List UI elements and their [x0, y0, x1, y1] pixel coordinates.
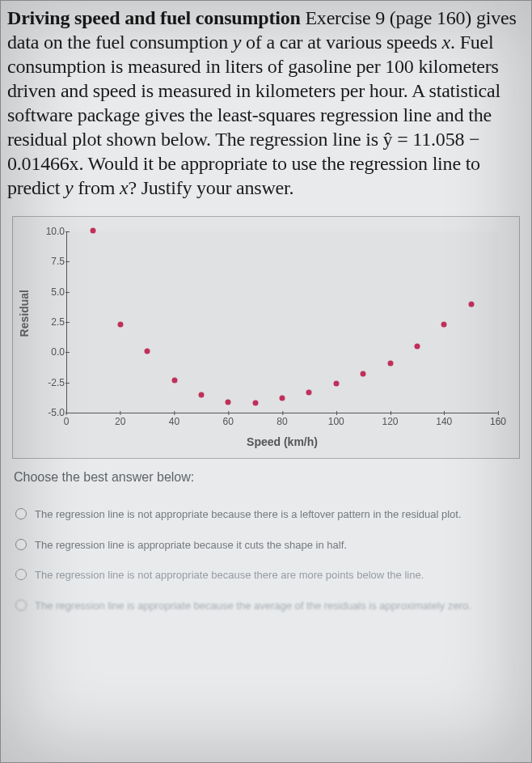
option-label: The regression line is not appropriate b… — [35, 507, 462, 522]
plot-area — [66, 231, 498, 413]
data-point — [198, 392, 204, 397]
x-tick: 80 — [277, 416, 287, 427]
data-point — [280, 396, 285, 401]
y-tick: -5.0 — [40, 407, 65, 418]
radio-icon[interactable] — [15, 600, 27, 611]
data-point — [117, 321, 123, 327]
radio-icon[interactable] — [15, 569, 27, 580]
option-c[interactable]: The regression line is not appropriate b… — [12, 560, 520, 591]
option-label: The regression line is not appropriate b… — [35, 568, 424, 583]
y-tick: 2.5 — [40, 316, 65, 328]
data-point — [468, 301, 474, 307]
x-tick: 160 — [490, 416, 506, 427]
x-tick: 40 — [169, 416, 179, 427]
x-tick: 100 — [328, 416, 344, 427]
data-point — [361, 371, 366, 377]
x-tick: 60 — [223, 416, 234, 427]
answer-options: The regression line is not appropriate b… — [12, 499, 520, 621]
radio-icon[interactable] — [15, 508, 27, 519]
data-point — [306, 389, 312, 395]
worksheet-page: Driving speed and fuel consumption Exerc… — [0, 0, 532, 763]
y-tick: 0.0 — [40, 346, 65, 358]
data-point — [145, 348, 150, 354]
option-d[interactable]: The regression line is appropriate becau… — [12, 591, 520, 621]
option-b[interactable]: The regression line is appropriate becau… — [12, 530, 520, 561]
choose-prompt: Choose the best answer below: — [14, 470, 518, 485]
option-label: The regression line is appropriate becau… — [35, 599, 471, 613]
y-axis-label: Residual — [18, 290, 31, 337]
data-point — [252, 401, 258, 406]
chart-inner: Residual Speed (km/h) -5.0-2.50.02.55.07… — [19, 225, 513, 451]
question-title: Driving speed and fuel consumption — [7, 7, 301, 28]
question-text: Driving speed and fuel consumption Exerc… — [1, 1, 531, 210]
data-point — [441, 321, 447, 327]
data-point — [387, 360, 393, 366]
x-tick: 120 — [382, 416, 398, 427]
y-tick: 5.0 — [40, 286, 65, 298]
x-tick: 140 — [436, 416, 452, 427]
y-tick: -2.5 — [40, 377, 65, 388]
data-point — [226, 399, 231, 405]
option-label: The regression line is appropriate becau… — [35, 538, 347, 553]
data-point — [171, 377, 177, 383]
option-a[interactable]: The regression line is not appropriate b… — [12, 499, 520, 530]
x-tick: 0 — [64, 416, 70, 427]
data-point — [414, 343, 420, 349]
data-point — [91, 227, 96, 233]
y-tick: 10.0 — [40, 226, 65, 237]
x-axis-label: Speed (km/h) — [66, 435, 498, 448]
radio-icon[interactable] — [15, 539, 27, 550]
x-tick: 20 — [115, 416, 125, 427]
residual-plot: Residual Speed (km/h) -5.0-2.50.02.55.07… — [12, 216, 520, 459]
y-tick: 7.5 — [40, 256, 65, 267]
data-point — [333, 381, 339, 387]
